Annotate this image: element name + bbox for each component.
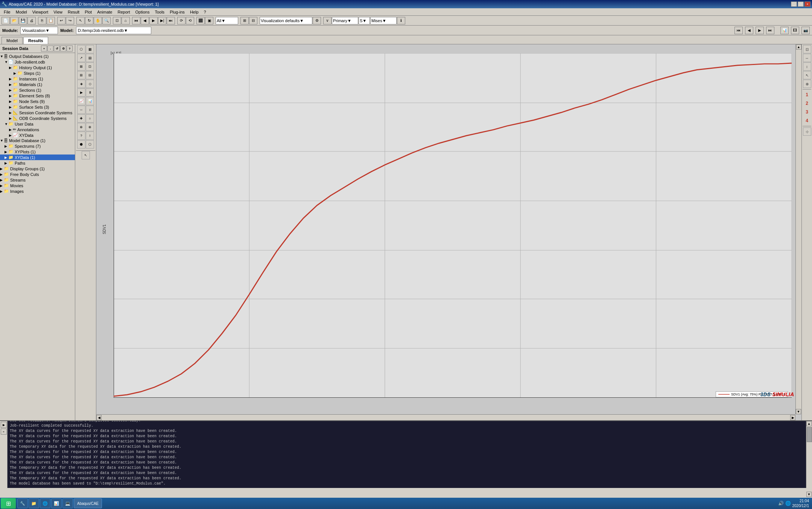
taskbar-app-4[interactable]: 📊 — [51, 498, 62, 508]
icon-probe1[interactable]: ✚ — [77, 114, 85, 123]
tree-tool-5[interactable]: ? — [67, 45, 73, 52]
tree-item-8[interactable]: ▶📁Node Sets (9) — [0, 98, 75, 104]
tb-prev-frame[interactable]: ⏮ — [132, 17, 140, 24]
tree-item-1[interactable]: ▼📄Job-resilient.odb — [0, 59, 75, 65]
tree-item-14[interactable]: ▶📈XYData — [0, 132, 75, 138]
tab-model[interactable]: Model — [2, 37, 23, 44]
tb-undo[interactable]: ↩ — [57, 17, 65, 24]
tb-pan[interactable]: ✋ — [94, 17, 102, 24]
mises-dropdown[interactable]: Mises ▼ — [370, 17, 397, 24]
tb-fit[interactable]: ⊡ — [113, 17, 121, 24]
icon-deformed[interactable]: ⬡ — [77, 45, 85, 53]
icon-symbol[interactable]: ↗ — [77, 54, 85, 62]
icon-bc1[interactable]: ⬢ — [77, 140, 85, 148]
rsb-btn-1[interactable]: ⊡ — [803, 45, 811, 53]
rsb-btn-3[interactable]: ↕ — [803, 62, 811, 71]
tree-item-5[interactable]: ▶📁Materials (1) — [0, 82, 75, 87]
icon-anim2[interactable]: ⏸ — [86, 88, 94, 97]
menu-viewport[interactable]: Viewport — [30, 9, 51, 15]
model-dropdown[interactable]: D:/temp/Job-resilient.odb ▼ — [76, 27, 151, 34]
tb-anim2[interactable]: ⟲ — [186, 17, 194, 24]
result-next[interactable]: ▶ — [756, 27, 764, 34]
tree-item-0[interactable]: ▼🗄Output Databases (1) — [0, 54, 75, 59]
menu-plugins[interactable]: Plug-ins — [167, 9, 187, 15]
result-btn1[interactable]: 📊 — [780, 27, 789, 34]
icon-material[interactable]: ▤ — [86, 54, 94, 62]
icon-disp2[interactable]: ⊗ — [86, 123, 94, 131]
menu-tools[interactable]: Tools — [152, 9, 167, 15]
tb-save[interactable]: 💾 — [19, 17, 27, 24]
tree-item-15[interactable]: ▼🗄Model Database (1) — [0, 138, 75, 143]
close-button[interactable]: × — [804, 2, 810, 7]
tb-view2[interactable]: ▣ — [205, 17, 213, 24]
icon-contour[interactable]: ▦ — [86, 45, 94, 53]
taskbar-start[interactable]: ⊞ — [1, 498, 16, 509]
tb-copy[interactable]: ⎘ — [38, 17, 46, 24]
tree-item-17[interactable]: ▶📁XYPlots (1) — [0, 149, 75, 155]
menu-question[interactable]: ? — [202, 9, 208, 15]
s-dropdown[interactable]: S ▼ — [359, 17, 370, 24]
tb-play[interactable]: ▶ — [149, 17, 158, 24]
tb-redo[interactable]: ↪ — [66, 17, 74, 24]
icon-bc2[interactable]: ⬡ — [86, 140, 94, 148]
tree-item-9[interactable]: ▶📁Surface Sets (3) — [0, 104, 75, 110]
menu-report[interactable]: Report — [115, 9, 132, 15]
tree-item-3[interactable]: ▶📁Steps (1) — [0, 70, 75, 76]
tb-zoom[interactable]: 🔍 — [102, 17, 111, 24]
icon-plot2[interactable]: 📊 — [86, 97, 94, 105]
rsb-btn-2[interactable]: ↔ — [803, 54, 811, 62]
tree-tool-4[interactable]: ⚙ — [60, 45, 66, 52]
tab-results[interactable]: Results — [23, 37, 48, 44]
primary-dropdown[interactable]: Primary ▼ — [332, 17, 358, 24]
tree-item-7[interactable]: ▶📁Element Sets (8) — [0, 93, 75, 98]
tb-step-back[interactable]: ◀ — [141, 17, 149, 24]
icon-view2[interactable]: ⊡ — [86, 62, 94, 71]
result-btn3[interactable]: 📷 — [801, 27, 810, 34]
tree-item-11[interactable]: ▶📐ODB Coordinate Systems — [0, 115, 75, 121]
viewport-scrollbar-bottom[interactable]: ◀ ▶ — [96, 414, 795, 420]
menu-file[interactable]: File — [2, 9, 13, 15]
icon-mesh1[interactable]: ⊞ — [77, 71, 85, 79]
tree-item-10[interactable]: ▶📐Session Coordinate Systems — [0, 110, 75, 115]
menu-model[interactable]: Model — [14, 9, 29, 15]
tree-item-22[interactable]: ▶📁Streams — [0, 177, 75, 183]
tb-extra1[interactable]: ⊞ — [240, 17, 249, 24]
tb-next-frame[interactable]: ⏭ — [167, 17, 175, 24]
rsb-btn-4[interactable]: ↖ — [803, 71, 811, 79]
tree-item-4[interactable]: ▶📁Instances (1) — [0, 76, 75, 82]
msg-icon-1[interactable]: ▶ — [1, 422, 7, 428]
tree-item-2[interactable]: ▶📁History Output (1) — [0, 65, 75, 70]
tb-open[interactable]: 📂 — [10, 17, 18, 24]
menu-help[interactable]: Help — [188, 9, 201, 15]
taskbar-app-1[interactable]: 🔧 — [17, 498, 28, 508]
result-first[interactable]: ⏮ — [734, 27, 743, 34]
taskbar-app-abaqus[interactable]: Abaqus/CAE — [74, 498, 102, 508]
minimize-button[interactable]: _ — [791, 2, 797, 7]
tb-print[interactable]: 🖨 — [27, 17, 36, 24]
tree-tool-1[interactable]: + — [41, 45, 47, 52]
viz-defaults-dropdown[interactable]: Visualization defaults ▼ — [260, 17, 312, 24]
tree-item-6[interactable]: ▶📁Sections (1) — [0, 87, 75, 93]
tree-item-21[interactable]: ▶📁Free Body Cuts — [0, 171, 75, 177]
icon-plot1[interactable]: 📈 — [77, 97, 85, 105]
tb-home[interactable]: ⌂ — [122, 17, 130, 24]
tree-item-19[interactable]: ▶📁Paths — [0, 160, 75, 166]
tree-item-23[interactable]: ▶📁Movies — [0, 183, 75, 188]
tree-item-18[interactable]: ▶📁XYData (1) — [0, 155, 75, 160]
rsb-btn-6[interactable]: ⊹ — [803, 127, 811, 136]
icon-cursor[interactable]: ↖ — [82, 151, 90, 159]
menu-animate[interactable]: Animate — [95, 9, 114, 15]
result-prev[interactable]: ◀ — [745, 27, 753, 34]
rsb-btn-5[interactable]: ⊕ — [803, 80, 811, 88]
icon-query2[interactable]: ! — [86, 132, 94, 140]
maximize-button[interactable]: □ — [798, 2, 804, 7]
tb-v1[interactable]: v — [323, 17, 331, 24]
menu-view[interactable]: View — [51, 9, 65, 15]
menu-plot[interactable]: Plot — [82, 9, 94, 15]
icon-mesh3[interactable]: ◈ — [77, 80, 85, 88]
tree-item-24[interactable]: ▶📁Images — [0, 188, 75, 194]
tree-item-12[interactable]: ▼📁User Data — [0, 121, 75, 127]
taskbar-app-5[interactable]: 💻 — [62, 498, 73, 508]
tree-item-16[interactable]: ▶📁Spectrums (7) — [0, 143, 75, 149]
msg-icon-2[interactable]: » — [1, 429, 7, 435]
